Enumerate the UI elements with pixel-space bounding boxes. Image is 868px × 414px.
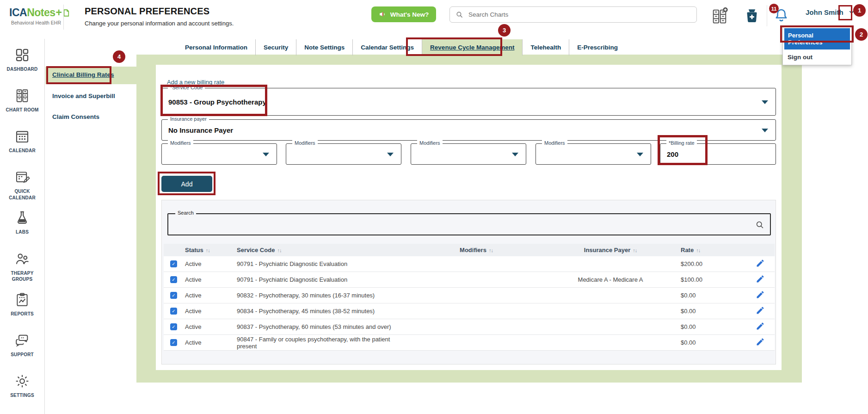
- edit-pencil-icon[interactable]: [756, 274, 765, 284]
- user-menu-trigger[interactable]: John Smith: [806, 8, 855, 16]
- row-checkbox[interactable]: ✓: [170, 308, 177, 315]
- billing-rate-input[interactable]: *Billing rate 200: [660, 143, 776, 165]
- tab-revenue-cycle-management[interactable]: Revenue Cycle Management: [422, 39, 522, 56]
- row-rate: $0.00: [680, 339, 749, 346]
- logo-text-notes: Notes: [27, 6, 55, 19]
- dropdown-arrow-icon[interactable]: [637, 153, 643, 156]
- chevron-down-icon[interactable]: [848, 9, 855, 16]
- sidebar-item-label: THERAPY GROUPS: [0, 270, 44, 283]
- table-search-label: Search: [175, 210, 196, 216]
- table-row: ✓ Active 90834 - Psychotherapy, 45 minut…: [164, 303, 775, 319]
- row-rate: $0.00: [680, 308, 749, 315]
- row-checkbox[interactable]: ✓: [170, 323, 177, 330]
- edit-pencil-icon[interactable]: [756, 321, 765, 331]
- tab-security[interactable]: Security: [255, 39, 296, 56]
- content-panel: Add a new billing rate *Service Code 908…: [136, 55, 802, 383]
- dropdown-arrow-icon[interactable]: [762, 129, 768, 132]
- dropdown-arrow-icon[interactable]: [387, 153, 394, 156]
- row-service-code: 90791 - Psychiatric Diagnostic Evaluatio…: [236, 260, 412, 267]
- sidebar-item-dashboard[interactable]: DASHBOARD: [0, 47, 44, 88]
- table-row: ✓ Active 90847 - Family or couples psych…: [164, 335, 775, 351]
- header-divider: [63, 5, 64, 30]
- tab-e-prescribing[interactable]: E-Prescribing: [569, 39, 626, 56]
- chart-room-icon: [14, 88, 30, 104]
- sidebar-item-label: CHART ROOM: [4, 107, 41, 113]
- sidebar-item-chart-room[interactable]: CHART ROOM: [0, 88, 44, 129]
- table-header-row: Status↑↓ Service Code↑↓ Modifiers↑↓ Insu…: [164, 244, 775, 256]
- sidebar-item-support[interactable]: SUPPORT: [0, 333, 44, 373]
- billing-rates-table: Status↑↓ Service Code↑↓ Modifiers↑↓ Insu…: [164, 244, 775, 351]
- sort-icon[interactable]: ↑↓: [696, 247, 700, 253]
- edit-pencil-icon[interactable]: [756, 306, 765, 315]
- tab-telehealth[interactable]: Telehealth: [522, 39, 569, 56]
- tab-note-settings[interactable]: Note Settings: [296, 39, 352, 56]
- quick-calendar-icon: [14, 169, 30, 185]
- logo-plus: +: [56, 6, 62, 19]
- sort-icon[interactable]: ↑↓: [489, 247, 493, 253]
- menu-item-personal-preferences[interactable]: Personal Preferences: [784, 28, 850, 49]
- edit-pencil-icon[interactable]: [756, 337, 765, 346]
- search-icon: [456, 11, 463, 19]
- top-bar: ICANotes+ Behavioral Health EHR PERSONAL…: [0, 0, 868, 39]
- sidebar-item-calendar[interactable]: CALENDAR: [0, 129, 44, 169]
- modifiers-select-4[interactable]: Modifiers: [536, 143, 651, 165]
- modifiers-label: Modifiers: [292, 140, 318, 146]
- tab-calendar-settings[interactable]: Calendar Settings: [352, 39, 422, 56]
- sidebar-item-quick-calendar[interactable]: QUICK CALENDAR: [0, 169, 44, 210]
- subnav-item-clinical-billing-rates[interactable]: Clinical Billing Rates: [52, 71, 114, 78]
- modifiers-select-3[interactable]: Modifiers: [411, 143, 526, 165]
- insurance-payer-select[interactable]: Insurance payer No Insurance Payer: [161, 119, 776, 141]
- modifiers-select-2[interactable]: Modifiers: [286, 143, 401, 165]
- row-checkbox[interactable]: ✓: [170, 339, 177, 346]
- icanotes-logo[interactable]: ICANotes+ Behavioral Health EHR: [9, 6, 70, 25]
- modifiers-label: Modifiers: [542, 140, 567, 146]
- table-search-field: Search: [167, 213, 771, 235]
- sidebar-item-reports[interactable]: REPORTS: [0, 292, 44, 333]
- sidebar-item-label: REPORTS: [9, 311, 36, 317]
- billing-rate-value: 200: [667, 150, 678, 158]
- table-search-input[interactable]: [173, 216, 746, 234]
- row-service-code: 90837 - Psychotherapy, 60 minutes (53 mi…: [236, 323, 412, 330]
- row-checkbox[interactable]: ✓: [170, 260, 177, 267]
- table-row: ✓ Active 90837 - Psychotherapy, 60 minut…: [164, 319, 775, 335]
- edit-pencil-icon[interactable]: [756, 259, 765, 268]
- tab-personal-information[interactable]: Personal Information: [177, 39, 255, 56]
- service-code-value: 90853 - Group Psychotherapy: [168, 98, 266, 106]
- table-row: ✓ Active 90832 - Psychotherapy, 30 minut…: [164, 288, 775, 303]
- sort-icon[interactable]: ↑↓: [206, 247, 210, 253]
- row-checkbox[interactable]: ✓: [170, 276, 177, 283]
- service-code-select[interactable]: *Service Code 90853 - Group Psychotherap…: [161, 88, 776, 116]
- therapy-groups-icon: [14, 251, 30, 267]
- pharmacy-add-icon[interactable]: [744, 7, 760, 24]
- search-charts-input[interactable]: [468, 11, 691, 19]
- dropdown-arrow-icon[interactable]: [762, 100, 768, 104]
- row-status: Active: [184, 308, 236, 315]
- search-icon[interactable]: [755, 220, 764, 229]
- col-insurance-payer: Insurance Payer: [584, 247, 630, 253]
- settings-tabs: Personal Information Security Note Setti…: [177, 39, 626, 56]
- chart-room-add-icon[interactable]: [711, 6, 728, 25]
- sort-icon[interactable]: ↑↓: [277, 247, 281, 253]
- row-status: Active: [184, 339, 236, 346]
- sidebar-item-settings[interactable]: SETTINGS: [0, 373, 44, 414]
- row-checkbox[interactable]: ✓: [170, 292, 177, 299]
- dropdown-arrow-icon[interactable]: [263, 153, 269, 156]
- dropdown-arrow-icon[interactable]: [512, 153, 518, 156]
- labs-flask-icon: [14, 210, 30, 226]
- add-button[interactable]: Add: [161, 176, 212, 192]
- row-status: Active: [184, 292, 236, 299]
- whats-new-button[interactable]: What's New?: [371, 6, 436, 22]
- sidebar-item-label: SETTINGS: [8, 392, 36, 399]
- row-service-code: 90832 - Psychotherapy, 30 minutes (16-37…: [236, 292, 412, 299]
- service-code-label: *Service Code: [168, 85, 205, 90]
- logo-wordmark: ICANotes+: [9, 6, 70, 19]
- sidebar-item-labs[interactable]: LABS: [0, 210, 44, 251]
- subnav-item-claim-consents[interactable]: Claim Consents: [52, 113, 99, 120]
- logo-tagline: Behavioral Health EHR: [9, 20, 70, 25]
- menu-item-sign-out[interactable]: Sign out: [784, 49, 850, 62]
- edit-pencil-icon[interactable]: [756, 290, 765, 299]
- sort-icon[interactable]: ↑↓: [633, 247, 637, 253]
- subnav-item-invoice-and-superbill[interactable]: Invoice and Superbill: [52, 93, 115, 99]
- modifiers-select-1[interactable]: Modifiers: [161, 143, 277, 165]
- sidebar-item-therapy-groups[interactable]: THERAPY GROUPS: [0, 251, 44, 292]
